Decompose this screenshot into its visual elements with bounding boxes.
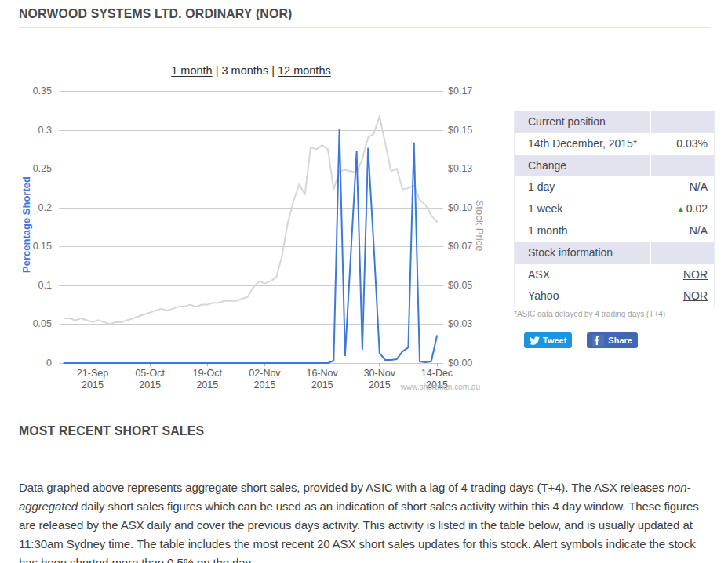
row-value (651, 242, 714, 264)
table-row: YahooNOR (515, 285, 714, 307)
row-label: ASX (515, 264, 650, 286)
row-label: 1 week (515, 198, 650, 220)
y-axis-label-left: 0.15 (16, 240, 52, 252)
y-axis-label-left: 0.25 (16, 162, 52, 175)
period-link-3-months: 3 months (222, 64, 269, 77)
right-axis-title: Stock Price (474, 179, 486, 273)
social-buttons: Tweet Share (524, 332, 638, 348)
period-link-12-months[interactable]: 12 months (278, 64, 331, 77)
y-axis-label-right: $0.03 (448, 318, 495, 330)
y-axis-label-left: 0.05 (16, 318, 52, 330)
description-part2: daily short sales figures which can be u… (19, 499, 699, 563)
facebook-share-button[interactable]: Share (587, 332, 638, 348)
x-axis-label-year: 2015 (237, 380, 292, 391)
shorted-line (64, 130, 437, 363)
section-title-text: MOST RECENT SHORT SALES (19, 423, 204, 439)
price-line (64, 116, 437, 324)
row-label: 14th December, 2015* (515, 133, 650, 155)
table-row: ASXNOR (515, 264, 714, 286)
table-row: 1 monthN/A (515, 220, 714, 242)
y-axis-label-right: $0.07 (448, 240, 495, 252)
row-label: Yahoo (515, 285, 650, 307)
y-axis-label-right: $0.10 (448, 202, 495, 214)
plot-area (59, 91, 443, 367)
asic-footnote: *ASIC data delayed by 4 trading days (T+… (514, 310, 665, 318)
up-triangle-icon: ▲ (676, 204, 686, 215)
row-value: N/A (651, 220, 714, 242)
y-axis-label-left: 0.1 (16, 279, 52, 292)
row-label: 1 month (515, 220, 650, 242)
short-sales-chart: 1 month | 3 months | 12 months Percentag… (16, 59, 506, 398)
y-axis-label-left: 0 (16, 357, 52, 369)
chart-period-selector: 1 month | 3 months | 12 months (59, 64, 443, 77)
row-label: 1 day (515, 176, 650, 198)
row-value: NOR (651, 264, 714, 286)
row-value (651, 111, 714, 133)
table-row: 1 dayN/A (515, 176, 714, 198)
x-axis-label-year: 2015 (180, 380, 235, 391)
y-axis-label-right: $0.15 (448, 124, 495, 136)
table-row: 14th December, 2015*0.03% (515, 133, 714, 155)
row-label: Stock information (515, 242, 650, 264)
y-axis-label-left: 0.2 (16, 202, 52, 214)
tweet-button[interactable]: Tweet (524, 332, 572, 348)
period-link-1-month[interactable]: 1 month (171, 64, 212, 77)
y-axis-label-left: 0.35 (16, 85, 52, 97)
x-axis-label-year: 2015 (122, 380, 177, 391)
row-value: NOR (651, 285, 714, 307)
row-value: ▲0.02 (651, 198, 714, 220)
stock-info-table: Current position14th December, 2015*0.03… (514, 111, 715, 307)
yahoo-nor-link[interactable]: NOR (683, 289, 708, 302)
table-header-row: Stock information (515, 242, 714, 264)
page-title-text: NORWOOD SYSTEMS LTD. ORDINARY (NOR) (19, 6, 292, 22)
x-axis-label: 21-Sep2015 (65, 368, 120, 391)
section-title-most-recent-short-sales: MOST RECENT SHORT SALES (19, 423, 710, 445)
description-paragraph: Data graphed above represents aggregate … (19, 478, 710, 563)
x-axis-label-date: 21-Sep (65, 368, 120, 380)
x-axis-label: 05-Oct2015 (122, 368, 177, 391)
page-title: NORWOOD SYSTEMS LTD. ORDINARY (NOR) (19, 6, 710, 28)
share-button-label: Share (608, 336, 632, 345)
row-label: Change (515, 155, 650, 177)
x-axis-label-date: 16-Nov (295, 368, 350, 380)
row-value: N/A (651, 176, 714, 198)
x-axis-label-date: 19-Oct (180, 368, 235, 380)
row-value (651, 155, 714, 177)
x-axis-label: 19-Oct2015 (180, 368, 235, 391)
y-axis-label-right: $0.17 (448, 85, 495, 97)
row-label: Current position (515, 111, 650, 133)
twitter-bird-icon (530, 336, 540, 346)
x-axis-label-year: 2015 (65, 380, 120, 391)
table-header-row: Change (515, 155, 714, 177)
tweet-button-label: Tweet (543, 336, 566, 345)
x-axis-label: 02-Nov2015 (237, 368, 292, 391)
facebook-f-icon (592, 335, 604, 347)
description-part1: Data graphed above represents aggregate … (19, 481, 668, 494)
y-axis-label-left: 0.3 (16, 124, 52, 136)
table-header-row: Current position (515, 111, 714, 133)
x-axis-label-date: 02-Nov (237, 368, 292, 380)
x-axis-label-date: 14-Dec (410, 368, 464, 380)
asx-nor-link[interactable]: NOR (683, 268, 708, 281)
table-row: 1 week▲0.02 (515, 198, 714, 220)
y-axis-label-right: $0.05 (448, 279, 495, 292)
x-axis-label-date: 05-Oct (122, 368, 177, 380)
row-value: 0.03% (651, 133, 714, 155)
x-axis-label-date: 30-Nov (352, 368, 407, 380)
watermark: www.shortman.com.au (323, 383, 480, 391)
y-axis-label-right: $0.13 (448, 162, 495, 175)
